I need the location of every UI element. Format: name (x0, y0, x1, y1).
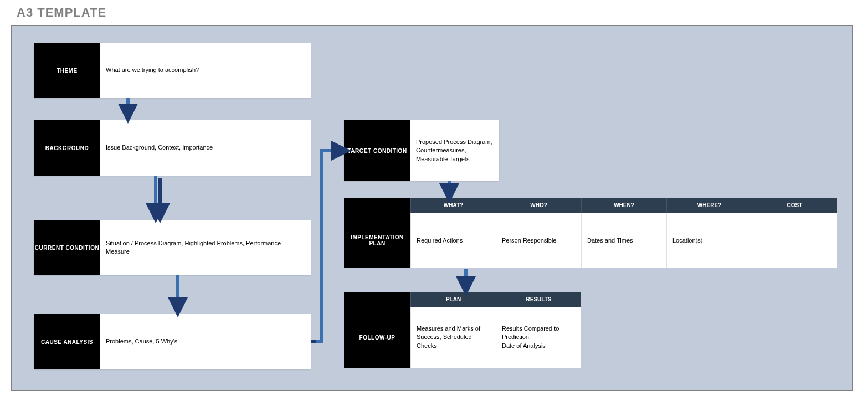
label-background: BACKGROUND (34, 120, 100, 176)
arrow-down-icon (460, 269, 471, 294)
cell-what: Required Actions (410, 213, 496, 268)
box-target-condition: TARGET CONDITION Proposed Process Diagra… (344, 120, 499, 181)
arrow-elbow-icon (311, 137, 350, 347)
label-cause-analysis: CAUSE ANALYSIS (34, 314, 100, 369)
page-title: A3 TEMPLATE (17, 6, 857, 20)
label-target-condition: TARGET CONDITION (344, 120, 410, 181)
content-target-condition: Proposed Process Diagram, Countermeasure… (410, 120, 499, 181)
cell-cost (752, 213, 837, 268)
header-cost: COST (752, 198, 837, 213)
implementation-header-spacer (344, 198, 410, 213)
header-who: WHO? (496, 198, 581, 213)
content-cause-analysis: Problems, Cause, 5 Why's (100, 314, 311, 369)
followup-headers: PLAN RESULTS (344, 292, 581, 307)
content-current-condition: Situation / Process Diagram, Highlighted… (100, 220, 311, 275)
header-where: WHERE? (666, 198, 752, 213)
box-followup: PLAN RESULTS FOLLOW-UP Measures and Mark… (344, 292, 581, 368)
implementation-headers: WHAT? WHO? WHEN? WHERE? COST (344, 198, 837, 213)
header-when: WHEN? (581, 198, 666, 213)
box-cause-analysis: CAUSE ANALYSIS Problems, Cause, 5 Why's (34, 314, 311, 369)
content-theme: What are we trying to accomplish? (100, 43, 311, 98)
arrow-down-icon (150, 176, 167, 220)
cell-when: Dates and Times (581, 213, 666, 268)
followup-body: FOLLOW-UP Measures and Marks of Success,… (344, 307, 581, 368)
header-plan: PLAN (410, 292, 496, 307)
label-followup: FOLLOW-UP (344, 307, 410, 368)
label-theme: THEME (34, 43, 100, 98)
cell-results: Results Compared to Prediction, Date of … (496, 307, 581, 368)
header-results: RESULTS (496, 292, 581, 307)
box-theme: THEME What are we trying to accomplish? (34, 43, 311, 98)
box-implementation-plan: WHAT? WHO? WHEN? WHERE? COST IMPLEMENTAT… (344, 198, 837, 268)
a3-canvas: THEME What are we trying to accomplish? … (11, 25, 853, 391)
cell-where: Location(s) (666, 213, 752, 268)
cell-plan: Measures and Marks of Success, Scheduled… (410, 307, 496, 368)
followup-header-spacer (344, 292, 410, 307)
arrow-down-icon (444, 181, 455, 200)
label-implementation-plan: IMPLEMENTATION PLAN (344, 213, 410, 268)
cell-who: Person Responsible (496, 213, 581, 268)
content-background: Issue Background, Context, Importance (100, 120, 311, 176)
label-current-condition: CURRENT CONDITION (34, 220, 100, 275)
arrow-down-icon (122, 98, 133, 120)
box-current-condition: CURRENT CONDITION Situation / Process Di… (34, 220, 311, 275)
implementation-body: IMPLEMENTATION PLAN Required Actions Per… (344, 213, 837, 268)
box-background: BACKGROUND Issue Background, Context, Im… (34, 120, 311, 176)
arrow-down-icon (172, 275, 183, 314)
